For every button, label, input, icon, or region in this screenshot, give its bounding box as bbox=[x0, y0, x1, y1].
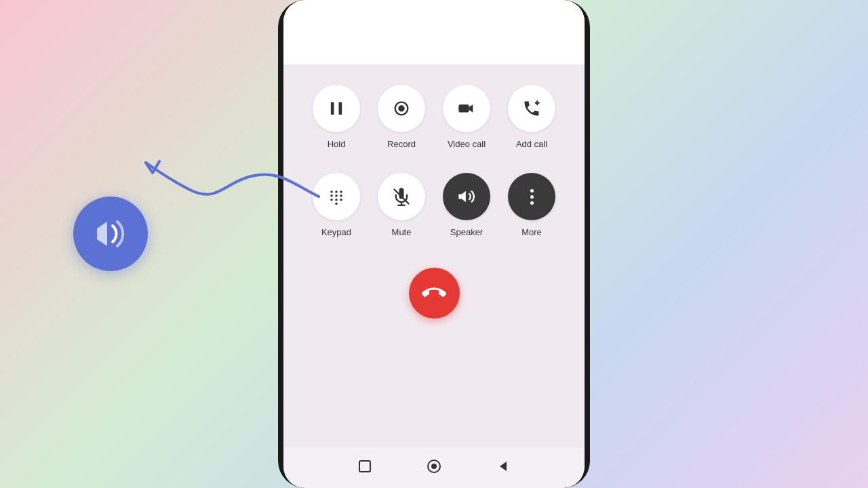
mute-icon bbox=[392, 187, 411, 206]
back-icon bbox=[497, 460, 509, 472]
video-call-control[interactable]: Video call bbox=[434, 78, 499, 156]
hold-control[interactable]: Hold bbox=[304, 78, 369, 156]
end-call-area bbox=[409, 254, 460, 336]
record-control[interactable]: Record bbox=[369, 78, 434, 156]
svg-point-12 bbox=[335, 199, 338, 201]
speaker-icon bbox=[457, 187, 476, 206]
svg-point-21 bbox=[431, 464, 437, 469]
add-call-button[interactable] bbox=[508, 85, 555, 132]
add-call-icon bbox=[522, 99, 541, 118]
end-call-button[interactable] bbox=[409, 268, 460, 319]
more-control[interactable]: More bbox=[499, 166, 564, 244]
svg-point-5 bbox=[330, 190, 333, 193]
svg-rect-19 bbox=[359, 461, 370, 472]
video-call-icon bbox=[457, 99, 476, 118]
end-call-icon bbox=[422, 281, 446, 306]
controls-area: Hold Record bbox=[283, 64, 585, 447]
mute-control[interactable]: Mute bbox=[369, 166, 434, 244]
top-area bbox=[283, 0, 585, 64]
speaker-control[interactable]: Speaker bbox=[434, 166, 499, 244]
svg-marker-18 bbox=[458, 191, 466, 202]
keypad-button[interactable] bbox=[313, 173, 360, 220]
hold-label: Hold bbox=[328, 139, 346, 149]
svg-marker-23 bbox=[97, 222, 107, 246]
speaker-annotation-icon bbox=[90, 214, 131, 254]
nav-bar bbox=[283, 447, 585, 488]
hold-icon bbox=[327, 99, 346, 118]
svg-point-7 bbox=[340, 190, 342, 193]
mute-label: Mute bbox=[392, 227, 412, 237]
record-label: Record bbox=[387, 139, 416, 149]
home-button[interactable] bbox=[427, 459, 441, 474]
more-icon bbox=[530, 189, 534, 205]
svg-point-8 bbox=[330, 195, 333, 197]
controls-row2: Keypad Mute bbox=[304, 166, 564, 244]
home-icon bbox=[427, 459, 441, 474]
phone-frame: Hold Record bbox=[278, 0, 590, 488]
svg-point-14 bbox=[335, 203, 338, 205]
record-button[interactable] bbox=[378, 85, 425, 132]
svg-point-6 bbox=[335, 190, 338, 193]
recent-apps-icon bbox=[359, 460, 371, 472]
add-call-control[interactable]: Add call bbox=[499, 78, 564, 156]
svg-rect-4 bbox=[458, 104, 469, 113]
record-icon bbox=[392, 99, 411, 118]
speaker-annotation-bubble bbox=[73, 197, 148, 271]
svg-point-13 bbox=[340, 199, 342, 201]
more-button[interactable] bbox=[508, 173, 555, 220]
add-call-label: Add call bbox=[516, 139, 547, 149]
controls-row1: Hold Record bbox=[304, 78, 564, 156]
back-button[interactable] bbox=[496, 459, 511, 474]
speaker-button[interactable] bbox=[443, 173, 490, 220]
phone-screen: Hold Record bbox=[283, 0, 585, 488]
recent-apps-button[interactable] bbox=[357, 459, 372, 474]
svg-rect-1 bbox=[339, 102, 342, 115]
video-call-button[interactable] bbox=[443, 85, 490, 132]
svg-point-10 bbox=[340, 195, 342, 197]
hold-button[interactable] bbox=[313, 85, 360, 132]
svg-point-11 bbox=[330, 199, 333, 201]
mute-button[interactable] bbox=[378, 173, 425, 220]
svg-rect-0 bbox=[331, 102, 334, 115]
keypad-icon bbox=[327, 187, 346, 206]
svg-point-9 bbox=[335, 195, 338, 197]
svg-marker-22 bbox=[500, 462, 507, 471]
keypad-control[interactable]: Keypad bbox=[304, 166, 369, 244]
more-label: More bbox=[521, 227, 542, 237]
video-call-label: Video call bbox=[448, 139, 486, 149]
keypad-label: Keypad bbox=[321, 227, 351, 237]
speaker-label: Speaker bbox=[450, 227, 483, 237]
svg-point-3 bbox=[398, 105, 404, 111]
